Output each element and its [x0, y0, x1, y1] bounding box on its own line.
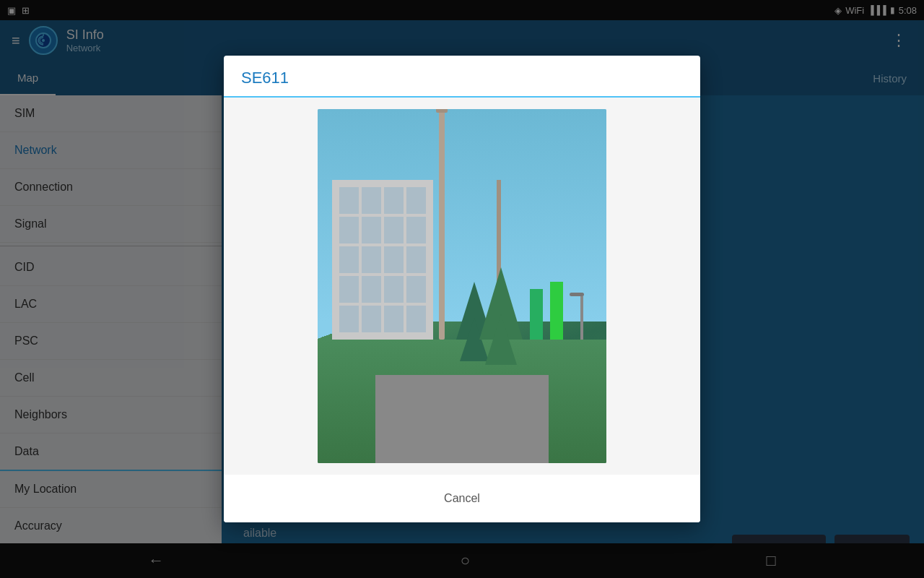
- tower-image: [318, 109, 606, 463]
- modal-overlay[interactable]: SE611: [0, 0, 924, 578]
- banner1: [550, 282, 563, 340]
- building: [332, 180, 433, 340]
- modal-body: [224, 98, 700, 475]
- cell-tower: [439, 109, 445, 340]
- modal-header: SE611: [224, 56, 700, 98]
- modal-footer: Cancel: [224, 475, 700, 522]
- building-windows: [339, 187, 426, 332]
- cancel-button[interactable]: Cancel: [427, 486, 497, 511]
- road: [375, 375, 549, 464]
- street-lamp: [580, 296, 583, 340]
- tree2: [479, 267, 523, 340]
- modal-dialog: SE611: [224, 56, 700, 522]
- tower-top: [436, 109, 448, 113]
- banner2: [530, 289, 543, 340]
- modal-title: SE611: [241, 69, 683, 87]
